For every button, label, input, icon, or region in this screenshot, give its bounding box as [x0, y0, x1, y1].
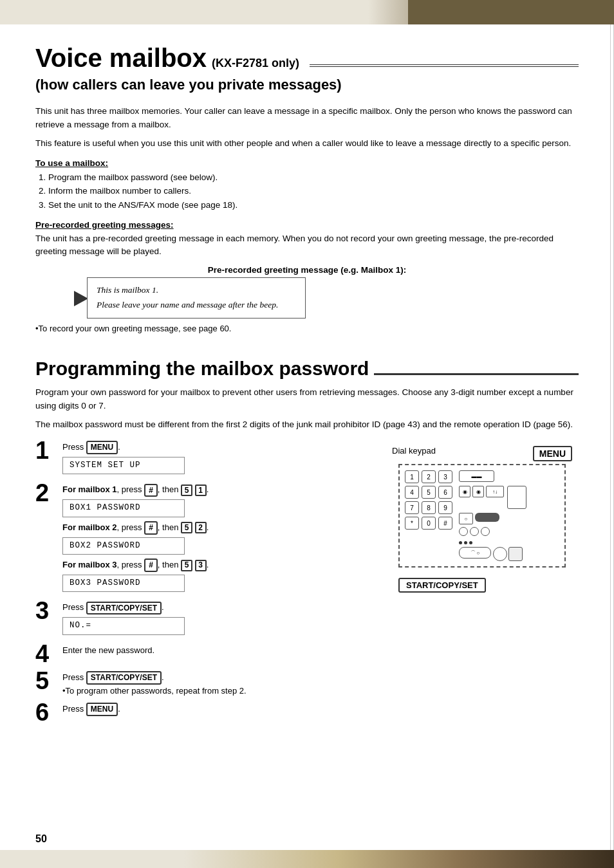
pre-recorded-box-label: Pre-recorded greeting message (e.g. Mail…	[35, 265, 579, 275]
mailbox1-num: 1	[112, 485, 116, 494]
key-5[interactable]: 5	[422, 486, 436, 499]
dial-keypad-label: Dial keypad	[392, 446, 436, 456]
display-key[interactable]: ▬▬	[459, 470, 494, 482]
intro-para1: This unit has three mailbox memories. Yo…	[35, 105, 579, 132]
step-1-row: 1 Press MENU. SYSTEM SET UP	[35, 441, 392, 478]
key-8[interactable]: 8	[422, 501, 436, 514]
keypad-box: 1 2 3 4 5 6 7	[398, 464, 566, 568]
keypad-label-row: Dial keypad MENU	[392, 446, 579, 461]
big-rect1[interactable]	[508, 547, 523, 561]
message-box: This is mailbox 1. Please leave your nam…	[87, 277, 306, 319]
key-3-1[interactable]: 3	[195, 560, 207, 571]
key-2-1[interactable]: 2	[195, 522, 207, 533]
step2-mailbox1: For mailbox 1, press #, then 5 1. BOX1 P…	[62, 483, 392, 517]
then-2: then	[162, 522, 178, 532]
key-1[interactable]: 1	[405, 470, 419, 483]
key-hash[interactable]: #	[438, 517, 452, 530]
step-2-row: 2 For mailbox 1, press #, then 5 1. BOX1…	[35, 483, 392, 596]
key-7[interactable]: 7	[405, 501, 419, 514]
right-border	[610, 24, 614, 850]
nav-row: ▬▬	[459, 470, 526, 482]
key-5-1[interactable]: 5	[181, 485, 192, 496]
title-underline	[310, 64, 579, 67]
steps-right: Dial keypad MENU 1 2 3	[392, 441, 579, 730]
message-line1: This is mailbox 1.	[97, 285, 158, 295]
step3-text: Press	[62, 602, 84, 612]
step-3-number: 3	[35, 598, 62, 623]
key-1-1[interactable]: 1	[195, 485, 207, 496]
programming-intro2: The mailbox password must be different f…	[35, 418, 579, 432]
small-keys-row3	[459, 527, 526, 536]
steps-area: 1 Press MENU. SYSTEM SET UP 2 For mailbo	[35, 441, 579, 730]
keypad-main-area: 1 2 3 4 5 6 7	[405, 470, 559, 561]
key-6[interactable]: 6	[438, 486, 452, 499]
func-key2[interactable]: ◉	[472, 486, 484, 497]
programming-intro1: Program your own password for your mailb…	[35, 386, 579, 413]
func-key1[interactable]: ◉	[459, 486, 470, 497]
start-copy-set-btn-step5[interactable]: START/COPY/SET	[86, 671, 162, 685]
step-1-content: Press MENU. SYSTEM SET UP	[62, 441, 392, 478]
step-4-number: 4	[35, 642, 62, 666]
hash-key-2[interactable]: #	[144, 521, 158, 535]
programming-title: Programming the mailbox password	[35, 358, 369, 380]
right-dots	[493, 547, 523, 561]
big-circle1[interactable]	[493, 547, 507, 561]
then-1: then	[162, 485, 178, 494]
key-0[interactable]: 0	[422, 517, 436, 530]
page-main-title: Voice mailbox (KX-F2781 only)	[35, 44, 299, 73]
key-5-2[interactable]: 5	[181, 522, 192, 533]
message-box-container: This is mailbox 1. Please leave your nam…	[74, 277, 579, 319]
key-9[interactable]: 9	[438, 501, 452, 514]
mailbox2-num: 2	[112, 522, 116, 532]
func-key-tall[interactable]	[507, 486, 526, 509]
message-line2: Please leave your name and message after…	[97, 300, 278, 309]
page-number: 50	[35, 833, 47, 845]
list-item: Inform the mailbox number to callers.	[48, 184, 579, 198]
to-use-mailbox-list: Program the mailbox password (see below)…	[48, 171, 579, 212]
function-keys-area: ▬▬ ◉ ◉ ↑↓ ○	[459, 470, 526, 561]
hash-key-1[interactable]: #	[144, 484, 158, 497]
small-key1[interactable]: ○	[459, 513, 473, 524]
key-2[interactable]: 2	[422, 470, 436, 483]
step6-text: Press	[62, 704, 84, 714]
circle-key2[interactable]	[470, 527, 479, 536]
list-item: Program the mailbox password (see below)…	[48, 171, 579, 185]
section-title-line	[374, 373, 579, 375]
step5-note: •To program other passwords, repeat from…	[62, 686, 247, 696]
key-5-3[interactable]: 5	[181, 560, 192, 571]
hash-key-3[interactable]: #	[144, 559, 158, 572]
key-4[interactable]: 4	[405, 486, 419, 499]
step1-lcd: SYSTEM SET UP	[62, 457, 185, 474]
dot1	[459, 541, 462, 544]
keypad-diagram: Dial keypad MENU 1 2 3	[392, 446, 579, 593]
mailbox3-label: For mailbox	[62, 560, 110, 569]
menu-button-step6[interactable]: MENU	[86, 703, 118, 716]
record-note: •To record your own greeting message, se…	[35, 324, 579, 333]
page-subtitle: (how callers can leave you private messa…	[35, 77, 579, 93]
circle-key3[interactable]	[481, 527, 490, 536]
speaker-icon	[475, 513, 499, 522]
step-3-row: 3 Press START/COPY/SET. NO.=	[35, 601, 392, 638]
step2-mailbox1-lcd: BOX1 PASSWORD	[62, 499, 185, 517]
menu-keypad-label: MENU	[533, 446, 572, 461]
dot3	[469, 541, 472, 544]
step-2-number: 2	[35, 481, 62, 505]
step2-mailbox3: For mailbox 3, press #, then 5 3. BOX3 P…	[62, 559, 392, 592]
step-5-content: Press START/COPY/SET. •To program other …	[62, 671, 392, 697]
list-item: Set the unit to the ANS/FAX mode (see pa…	[48, 198, 579, 212]
func-key3[interactable]: ↑↓	[486, 486, 504, 497]
dots-row	[459, 541, 526, 544]
number-keys: 1 2 3 4 5 6 7	[405, 470, 452, 532]
to-use-mailbox-heading: To use a mailbox:	[35, 158, 579, 168]
pre-recorded-body: The unit has a pre-recorded greeting mes…	[35, 232, 579, 259]
circle-key1[interactable]	[459, 527, 468, 536]
key-3[interactable]: 3	[438, 470, 452, 483]
dot2	[464, 541, 467, 544]
menu-button-step1[interactable]: MENU	[86, 441, 118, 454]
then-3: then	[162, 560, 178, 569]
step-4-content: Enter the new password.	[62, 644, 392, 657]
start-copy-set-btn-step3[interactable]: START/COPY/SET	[86, 602, 162, 615]
key-star[interactable]: *	[405, 517, 419, 530]
step2-mailbox3-lcd: BOX3 PASSWORD	[62, 575, 185, 592]
start-copy-set-label[interactable]: START/COPY/SET	[398, 578, 486, 593]
